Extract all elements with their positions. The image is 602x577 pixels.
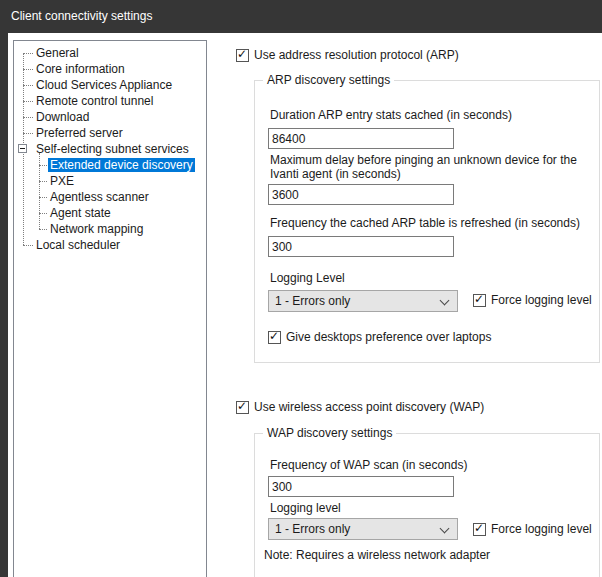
minus-glyph	[20, 148, 25, 149]
tree-item-preferred-server[interactable]: Preferred server	[14, 125, 206, 141]
arp-refresh-input[interactable]	[268, 236, 454, 257]
wap-frequency-label: Frequency of WAP scan (in seconds)	[270, 458, 467, 472]
arp-groupbox-title: ARP discovery settings	[263, 73, 394, 87]
tree-item-label: Self-electing subnet services	[34, 142, 191, 156]
wap-discovery-groupbox: WAP discovery settings Frequency of WAP …	[254, 433, 600, 577]
arp-max-delay-label: Maximum delay before pinging an unknown …	[270, 153, 600, 181]
chevron-down-icon	[440, 524, 450, 534]
tree-connector	[23, 245, 33, 246]
use-arp-label: Use address resolution protocol (ARP)	[254, 48, 459, 62]
wap-frequency-input[interactable]	[268, 476, 454, 497]
tree-item-general[interactable]: General	[14, 45, 206, 61]
tree-connector	[39, 181, 47, 182]
arp-duration-input[interactable]	[268, 128, 454, 149]
arp-max-delay-input[interactable]	[268, 184, 454, 205]
tree-item-label: Remote control tunnel	[34, 94, 155, 108]
checkmark-icon: ✓	[474, 521, 484, 535]
tree-connector	[23, 117, 33, 118]
wap-groupbox-title: WAP discovery settings	[263, 426, 396, 440]
use-wap-label: Use wireless access point discovery (WAP…	[254, 400, 484, 414]
tree-item-self-electing-subnet-services[interactable]: Self-electing subnet services	[14, 141, 206, 157]
tree-item-local-scheduler[interactable]: Local scheduler	[14, 237, 206, 253]
tree-item-label: Local scheduler	[34, 238, 122, 252]
wap-note: Note: Requires a wireless network adapte…	[264, 548, 490, 562]
arp-duration-label: Duration ARP entry stats cached (in seco…	[270, 108, 512, 122]
wap-logging-select[interactable]: 1 - Errors only	[268, 518, 458, 540]
checkmark-icon: ✓	[237, 47, 247, 61]
arp-desktops-label: Give desktops preference over laptops	[286, 330, 491, 344]
tree-item-cloud-services-appliance[interactable]: Cloud Services Appliance	[14, 77, 206, 93]
tree-connector	[39, 229, 47, 230]
use-arp-checkbox[interactable]: ✓	[236, 49, 249, 62]
tree-item-download[interactable]: Download	[14, 109, 206, 125]
tree-item-remote-control-tunnel[interactable]: Remote control tunnel	[14, 93, 206, 109]
checkmark-icon: ✓	[237, 399, 247, 413]
tree-item-pxe[interactable]: PXE	[14, 173, 206, 189]
tree-connector	[23, 133, 33, 134]
tree-item-network-mapping[interactable]: Network mapping	[14, 221, 206, 237]
tree-item-agent-state[interactable]: Agent state	[14, 205, 206, 221]
tree-item-label: Agentless scanner	[48, 190, 151, 204]
tree-item-label: Cloud Services Appliance	[34, 78, 174, 92]
checkmark-icon: ✓	[269, 329, 279, 343]
arp-force-logging-label: Force logging level	[491, 293, 592, 307]
arp-discovery-groupbox: ARP discovery settings Duration ARP entr…	[254, 80, 600, 363]
arp-refresh-label: Frequency the cached ARP table is refres…	[270, 216, 580, 230]
wap-logging-value: 1 - Errors only	[275, 522, 350, 536]
arp-force-logging-checkbox[interactable]: ✓	[473, 294, 486, 307]
tree-connector	[39, 213, 47, 214]
tree-item-label: General	[34, 46, 81, 60]
tree-item-label: Extended device discovery	[48, 158, 195, 172]
tree-connector	[23, 69, 33, 70]
arp-logging-label: Logging Level	[270, 271, 345, 285]
wap-force-logging-checkbox[interactable]: ✓	[473, 523, 486, 536]
tree-item-label: PXE	[48, 174, 76, 188]
tree-item-label: Download	[34, 110, 91, 124]
tree-connector	[23, 85, 33, 86]
tree-item-core-information[interactable]: Core information	[14, 61, 206, 77]
tree-item-label: Preferred server	[34, 126, 125, 140]
checkmark-icon: ✓	[474, 292, 484, 306]
wap-force-logging-label: Force logging level	[491, 522, 592, 536]
wap-logging-label: Logging level	[270, 501, 341, 515]
tree-item-agentless-scanner[interactable]: Agentless scanner	[14, 189, 206, 205]
arp-logging-value: 1 - Errors only	[275, 294, 350, 308]
settings-tree: GeneralCore informationCloud Services Ap…	[13, 40, 207, 577]
tree-connector	[23, 53, 33, 54]
tree-connector	[39, 197, 47, 198]
arp-logging-select[interactable]: 1 - Errors only	[268, 290, 458, 312]
use-wap-checkbox[interactable]: ✓	[236, 401, 249, 414]
arp-desktops-checkbox[interactable]: ✓	[268, 331, 281, 344]
tree-expander-minus-icon[interactable]	[18, 144, 27, 153]
left-edge-strip	[0, 33, 8, 577]
window-titlebar: Client connectivity settings	[0, 0, 602, 33]
tree-item-label: Agent state	[48, 206, 113, 220]
tree-item-label: Core information	[34, 62, 127, 76]
tree-item-extended-device-discovery[interactable]: Extended device discovery	[14, 157, 206, 173]
tree-connector	[23, 101, 33, 102]
window-title: Client connectivity settings	[11, 9, 152, 23]
chevron-down-icon	[440, 296, 450, 306]
tree-connector	[39, 165, 47, 166]
tree-item-label: Network mapping	[48, 222, 145, 236]
